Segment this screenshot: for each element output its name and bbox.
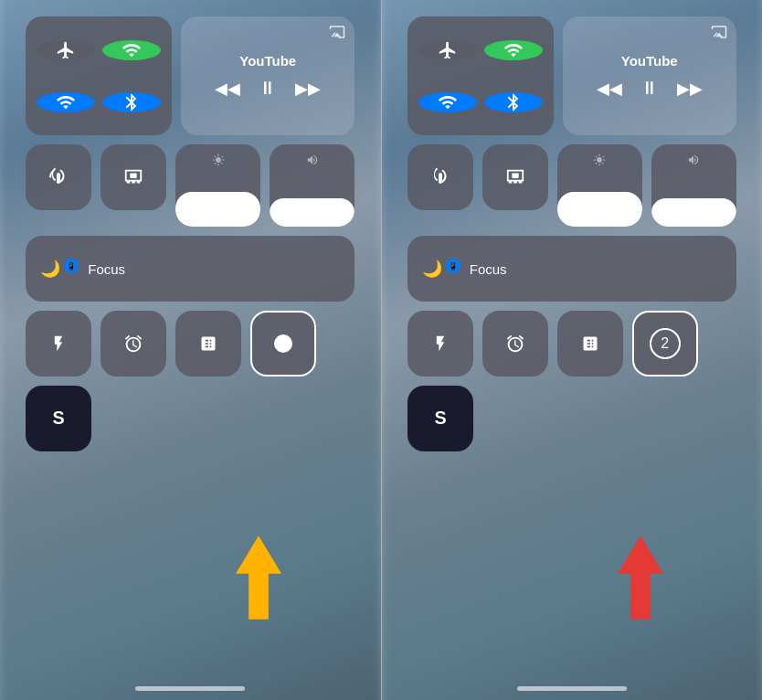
orientation-lock-right[interactable]	[407, 144, 473, 210]
calculator-button-left[interactable]	[175, 311, 241, 377]
row-tools-right: 2	[407, 311, 736, 377]
orientation-lock-left[interactable]	[26, 144, 91, 210]
volume-slider-right[interactable]	[651, 144, 736, 227]
shazam-button-left[interactable]: S	[26, 386, 91, 451]
svg-marker-9	[618, 536, 663, 620]
media-controls-right: ◀◀ ⏸ ▶▶	[597, 78, 703, 99]
control-center-right: YouTube ◀◀ ⏸ ▶▶	[407, 16, 736, 451]
connectivity-tile-right	[407, 16, 554, 135]
screen-mirror-right[interactable]	[482, 144, 548, 210]
focus-icons-left: 🌙 📱	[40, 259, 79, 279]
left-panel: YouTube ◀◀ ⏸ ▶▶	[0, 0, 381, 700]
cellular-button-right[interactable]	[484, 40, 543, 60]
brightness-slider-left[interactable]	[175, 144, 260, 227]
calculator-button-right[interactable]	[557, 311, 623, 377]
row-bottom-right: S	[407, 386, 736, 451]
row-focus-right: 🌙 📱 Focus	[407, 236, 736, 302]
flashlight-button-right[interactable]	[407, 311, 473, 377]
airplay-icon-left[interactable]	[329, 24, 345, 43]
record-badge-right: 2	[650, 328, 681, 359]
screen-record-button-left[interactable]	[250, 311, 316, 377]
row-top-right: YouTube ◀◀ ⏸ ▶▶	[407, 16, 736, 135]
arrow-up-right	[609, 532, 672, 627]
next-button-right[interactable]: ▶▶	[677, 79, 703, 99]
right-panel: YouTube ◀◀ ⏸ ▶▶	[382, 0, 763, 700]
focus-icons-right: 🌙 📱	[422, 259, 460, 279]
svg-text:S: S	[53, 408, 65, 428]
wifi-button-right[interactable]	[418, 92, 477, 112]
svg-marker-4	[236, 536, 281, 620]
cellular-button[interactable]	[102, 40, 161, 60]
record-inner-left	[274, 334, 292, 353]
focus-tile-right[interactable]: 🌙 📱 Focus	[407, 236, 736, 302]
media-title-right: YouTube	[621, 53, 678, 69]
row-top-left: YouTube ◀◀ ⏸ ▶▶	[26, 16, 355, 135]
flashlight-button-left[interactable]	[26, 311, 91, 377]
next-button-left[interactable]: ▶▶	[295, 79, 321, 99]
wifi-button[interactable]	[37, 92, 95, 112]
screen-mirror-left[interactable]	[101, 144, 166, 210]
media-controls-left: ◀◀ ⏸ ▶▶	[215, 78, 321, 99]
pause-button-left[interactable]: ⏸	[259, 78, 277, 99]
svg-rect-1	[131, 173, 137, 178]
bluetooth-button[interactable]	[102, 92, 161, 112]
prev-button-right[interactable]: ◀◀	[597, 79, 622, 99]
bluetooth-button-right[interactable]	[484, 92, 543, 112]
row-bottom-left: S	[26, 386, 355, 451]
focus-tile-left[interactable]: 🌙 📱 Focus	[26, 236, 355, 302]
row-mid-left	[26, 144, 355, 227]
media-title-left: YouTube	[239, 53, 296, 69]
media-tile-left: YouTube ◀◀ ⏸ ▶▶	[181, 16, 355, 135]
alarm-button-left[interactable]	[101, 311, 166, 377]
focus-label-right: Focus	[470, 261, 507, 277]
home-bar-right	[517, 686, 627, 691]
shazam-button-right[interactable]: S	[407, 386, 473, 451]
alarm-button-right[interactable]	[482, 311, 548, 377]
airplane-mode-button-right[interactable]	[418, 40, 477, 60]
svg-rect-6	[512, 173, 518, 178]
row-focus-left: 🌙 📱 Focus	[26, 236, 355, 302]
media-inner-left: YouTube ◀◀ ⏸ ▶▶	[181, 16, 355, 135]
media-inner-right: YouTube ◀◀ ⏸ ▶▶	[563, 16, 736, 135]
svg-text:S: S	[434, 408, 446, 428]
prev-button-left[interactable]: ◀◀	[215, 79, 240, 99]
airplane-mode-button[interactable]	[37, 40, 95, 60]
svg-point-5	[439, 175, 442, 178]
row-mid-right	[407, 144, 736, 227]
svg-point-0	[57, 175, 60, 178]
pause-button-right[interactable]: ⏸	[640, 78, 659, 99]
connectivity-tile-left	[26, 16, 172, 135]
screen-record-button-right[interactable]: 2	[632, 311, 698, 377]
home-bar-left	[135, 686, 245, 691]
airplay-icon-right[interactable]	[711, 24, 727, 43]
volume-slider-left[interactable]	[270, 144, 355, 227]
control-center-left: YouTube ◀◀ ⏸ ▶▶	[26, 16, 355, 451]
focus-label-left: Focus	[88, 261, 125, 277]
media-tile-right: YouTube ◀◀ ⏸ ▶▶	[563, 16, 736, 135]
brightness-slider-right[interactable]	[557, 144, 642, 227]
row-tools-left	[26, 311, 355, 377]
arrow-up-left	[227, 532, 291, 627]
